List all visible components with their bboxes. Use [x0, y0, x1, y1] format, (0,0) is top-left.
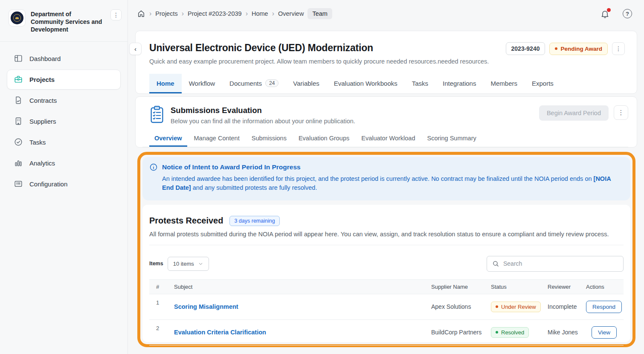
department-seal-icon — [11, 12, 23, 24]
days-remaining-badge: 3 days remaining — [229, 216, 279, 226]
col-header-status: Status — [487, 279, 544, 294]
search-input[interactable] — [503, 260, 618, 267]
check-circle-icon — [14, 137, 23, 147]
project-description: Quick and easy example procurement proje… — [149, 58, 625, 65]
begin-award-period-button[interactable]: Begin Award Period — [539, 105, 609, 121]
sidebar-item-label: Tasks — [29, 139, 46, 146]
sidebar-item-label: Projects — [29, 76, 55, 83]
sidebar-item-analytics[interactable]: Analytics — [7, 153, 121, 173]
divider — [149, 245, 624, 245]
respond-button[interactable]: Respond — [586, 301, 622, 313]
breadcrumb-current-team[interactable]: Team — [307, 8, 332, 19]
evaluation-menu-button[interactable]: ⋮ — [614, 105, 628, 120]
items-label: Items — [149, 261, 163, 267]
tab-members[interactable]: Members — [483, 74, 525, 93]
highlight-region: Notice of Intent to Award Period In Prog… — [137, 152, 635, 347]
clipboard-checklist-icon — [149, 105, 165, 124]
tab-exports[interactable]: Exports — [525, 74, 561, 93]
breadcrumb-overview[interactable]: Overview — [278, 10, 304, 17]
home-icon[interactable] — [137, 9, 145, 18]
protests-description: All formal protests submitted during the… — [149, 231, 624, 238]
info-icon — [149, 163, 158, 171]
col-header-reviewer: Reviewer — [544, 279, 583, 294]
subtab-evaluator-workload[interactable]: Evaluator Workload — [356, 131, 420, 147]
submissions-evaluation-card: Submissions Evaluation Below you can fin… — [135, 96, 637, 148]
breadcrumb-home[interactable]: Home — [252, 10, 268, 17]
sidebar-nav: Dashboard Projects Contracts Suppliers T… — [0, 42, 128, 201]
col-header-supplier: Supplier Name — [428, 279, 487, 294]
breadcrumb-separator: › — [149, 10, 151, 17]
main-area: › Projects › Project #2023-2039 › Home ›… — [128, 0, 644, 354]
section-title: Submissions Evaluation — [171, 106, 355, 115]
sidebar-item-suppliers[interactable]: Suppliers — [7, 111, 121, 131]
project-tabs: Home Workflow Documents 24 Variables Eva… — [149, 74, 625, 93]
noia-notice-banner: Notice of Intent to Award Period In Prog… — [142, 157, 630, 200]
view-button[interactable]: View — [592, 326, 617, 339]
help-icon[interactable]: ? — [623, 9, 632, 18]
sidebar-item-label: Analytics — [29, 160, 55, 167]
topbar: › Projects › Project #2023-2039 › Home ›… — [128, 0, 644, 27]
notice-title: Notice of Intent to Award Period In Prog… — [162, 163, 301, 171]
breadcrumb-projects[interactable]: Projects — [155, 10, 177, 17]
org-name: Department of Community Services and Dev… — [31, 9, 105, 34]
collapse-sidebar-button[interactable]: ‹ — [129, 43, 142, 55]
documents-count-badge: 24 — [265, 79, 278, 87]
tab-documents[interactable]: Documents 24 — [222, 74, 286, 93]
briefcase-icon — [14, 75, 23, 84]
evaluation-tabs: Overview Manage Content Submissions Eval… — [142, 131, 628, 147]
col-header-num: # — [149, 279, 171, 294]
protests-title: Protests Received — [149, 216, 223, 226]
project-menu-button[interactable]: ⋮ — [612, 42, 625, 55]
search-icon — [492, 260, 499, 267]
tab-evaluation-workbooks[interactable]: Evaluation Workbooks — [327, 74, 405, 93]
status-badge-under-review: Under Review — [491, 302, 541, 312]
row-number: 2 — [149, 319, 171, 345]
sidebar-item-dashboard[interactable]: Dashboard — [7, 49, 121, 69]
row-number: 1 — [149, 294, 171, 319]
items-per-page-select[interactable]: 10 items — [168, 257, 209, 271]
sidebar-item-label: Configuration — [29, 180, 67, 188]
breadcrumb-project-id[interactable]: Project #2023-2039 — [188, 10, 242, 17]
protest-subject-link[interactable]: Evaluation Criteria Clarification — [174, 329, 266, 336]
tab-home[interactable]: Home — [149, 74, 182, 93]
subtab-submissions[interactable]: Submissions — [247, 131, 292, 147]
sidebar-item-configuration[interactable]: Configuration — [7, 174, 121, 194]
dashboard-icon — [14, 54, 23, 63]
status-dot — [496, 331, 498, 334]
contract-document-icon — [14, 96, 23, 105]
tab-variables[interactable]: Variables — [286, 74, 326, 93]
tab-tasks[interactable]: Tasks — [405, 74, 435, 93]
org-header: Department of Community Services and Dev… — [0, 0, 128, 42]
building-icon — [14, 116, 23, 126]
reviewer: Mike Jones — [544, 319, 583, 345]
supplier-name: BuildCorp Partners — [428, 319, 487, 345]
sidebar-item-label: Suppliers — [29, 118, 56, 125]
subtab-overview[interactable]: Overview — [149, 131, 187, 147]
subtab-evaluation-groups[interactable]: Evaluation Groups — [293, 131, 354, 147]
org-menu-button[interactable]: ⋮ — [110, 9, 122, 20]
sidebar-item-label: Contracts — [29, 97, 57, 104]
search-box[interactable] — [487, 256, 624, 272]
sidebar-item-tasks[interactable]: Tasks — [7, 132, 121, 152]
tab-integrations[interactable]: Integrations — [435, 74, 483, 93]
sidebar-item-projects[interactable]: Projects — [7, 70, 121, 90]
status-badge-pending-award: Pending Award — [549, 43, 608, 55]
status-dot — [496, 305, 498, 308]
tab-workflow[interactable]: Workflow — [182, 74, 222, 93]
org-logo — [9, 9, 26, 26]
subtab-manage-content[interactable]: Manage Content — [189, 131, 245, 147]
col-header-actions: Actions — [583, 279, 624, 294]
table-row: 1 Scoring Misalignment Apex Solutions Un… — [149, 294, 624, 319]
notifications-bell-icon[interactable] — [600, 9, 610, 19]
protest-subject-link[interactable]: Scoring Misalignment — [174, 303, 238, 310]
subtab-scoring-summary[interactable]: Scoring Summary — [422, 131, 482, 147]
configuration-icon — [14, 179, 23, 189]
sidebar-item-contracts[interactable]: Contracts — [7, 90, 121, 110]
notification-dot — [607, 8, 611, 12]
sidebar-item-label: Dashboard — [29, 55, 61, 62]
project-card: ‹ Universal Electronic Device (UED) Mode… — [135, 31, 637, 94]
status-dot — [555, 47, 557, 50]
notice-body: An intended awardee has been identified … — [162, 174, 621, 193]
table-row: 2 Evaluation Criteria Clarification Buil… — [149, 319, 624, 345]
protests-received-card: Protests Received 3 days remaining All f… — [142, 205, 630, 342]
